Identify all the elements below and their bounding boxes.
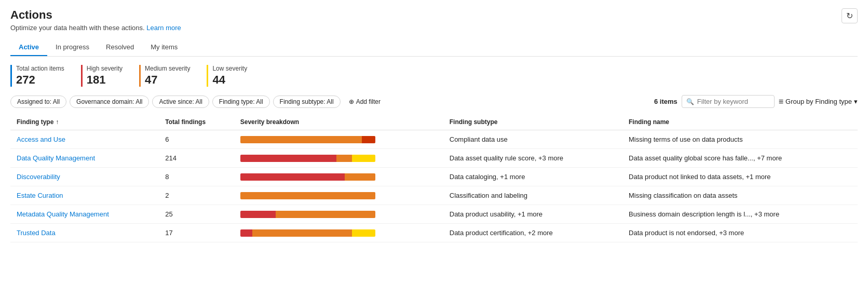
- tab-active[interactable]: Active: [10, 39, 47, 56]
- filter-governance[interactable]: Governance domain: All: [70, 96, 149, 108]
- stats-row: Total action items 272 High severity 181…: [10, 65, 858, 87]
- tab-in-progress[interactable]: In progress: [47, 39, 98, 56]
- col-finding-name: Finding name: [622, 114, 858, 130]
- total-findings-cell: 214: [159, 149, 234, 168]
- table-row: Access and Use6Compliant data useMissing…: [10, 130, 858, 149]
- refresh-icon: ↻: [846, 11, 853, 20]
- finding-name-cell: Business domain description length is l.…: [622, 205, 858, 224]
- col-finding-type: Finding type ↑: [10, 114, 159, 130]
- table-row: Trusted Data17Data product certification…: [10, 224, 858, 242]
- tab-my-items[interactable]: My items: [142, 39, 186, 56]
- page-subtitle: Optimize your data health with these act…: [10, 24, 858, 32]
- col-severity-breakdown: Severity breakdown: [234, 114, 443, 130]
- filter-finding-type[interactable]: Finding type: All: [212, 96, 270, 108]
- stat-total-label: Total action items: [16, 65, 64, 72]
- stat-low: Low severity 44: [207, 65, 247, 87]
- table-row: Estate Curation2Classification and label…: [10, 186, 858, 205]
- finding-type-cell[interactable]: Metadata Quality Management: [10, 205, 159, 224]
- group-by-button[interactable]: ≡ Group by Finding type ▾: [779, 97, 858, 106]
- total-findings-cell: 25: [159, 205, 234, 224]
- stat-low-label: Low severity: [212, 65, 247, 72]
- search-icon: 🔍: [686, 98, 694, 105]
- stat-low-value: 44: [212, 73, 247, 87]
- search-box: 🔍: [682, 95, 775, 108]
- stat-high: High severity 181: [81, 65, 123, 87]
- page-title: Actions: [10, 8, 858, 22]
- stat-high-label: High severity: [87, 65, 123, 72]
- stat-high-value: 181: [87, 73, 123, 87]
- finding-subtype-cell: Data product usability, +1 more: [443, 205, 622, 224]
- severity-breakdown-cell: [234, 149, 443, 168]
- table-row: Discoverability8Data cataloging, +1 more…: [10, 168, 858, 186]
- total-findings-cell: 2: [159, 186, 234, 205]
- group-by-label: Group by Finding type: [785, 98, 852, 105]
- findings-table: Finding type ↑ Total findings Severity b…: [10, 114, 858, 242]
- filter-assigned[interactable]: Assigned to: All: [10, 96, 66, 108]
- finding-subtype-cell: Compliant data use: [443, 130, 622, 149]
- sort-asc-icon: ↑: [56, 118, 59, 126]
- col-finding-subtype: Finding subtype: [443, 114, 622, 130]
- severity-breakdown-cell: [234, 168, 443, 186]
- search-input[interactable]: [697, 98, 770, 105]
- total-findings-cell: 8: [159, 168, 234, 186]
- tab-resolved[interactable]: Resolved: [98, 39, 142, 56]
- finding-name-cell: Data asset quality global score has fall…: [622, 149, 858, 168]
- table-row: Data Quality Management214Data asset qua…: [10, 149, 858, 168]
- col-total-findings: Total findings: [159, 114, 234, 130]
- severity-breakdown-cell: [234, 205, 443, 224]
- add-filter-label: Add filter: [356, 98, 381, 105]
- total-findings-cell: 17: [159, 224, 234, 242]
- stat-medium-value: 47: [145, 73, 190, 87]
- items-count: 6 items: [654, 98, 677, 105]
- finding-type-cell[interactable]: Data Quality Management: [10, 149, 159, 168]
- refresh-button[interactable]: ↻: [842, 8, 858, 23]
- tabs-container: Active In progress Resolved My items: [10, 39, 858, 57]
- stat-total-value: 272: [16, 73, 64, 87]
- finding-type-cell[interactable]: Estate Curation: [10, 186, 159, 205]
- finding-name-cell: Missing terms of use on data products: [622, 130, 858, 149]
- toolbar-right: 6 items 🔍 ≡ Group by Finding type ▾: [654, 95, 858, 108]
- finding-subtype-cell: Data product certification, +2 more: [443, 224, 622, 242]
- add-filter-icon: ⊕: [349, 98, 354, 105]
- severity-breakdown-cell: [234, 130, 443, 149]
- table-row: Metadata Quality Management25Data produc…: [10, 205, 858, 224]
- finding-type-cell[interactable]: Trusted Data: [10, 224, 159, 242]
- filter-finding-subtype[interactable]: Finding subtype: All: [273, 96, 341, 108]
- finding-name-cell: Data product is not endorsed, +3 more: [622, 224, 858, 242]
- chevron-down-icon: ▾: [854, 98, 858, 105]
- finding-name-cell: Missing classification on data assets: [622, 186, 858, 205]
- learn-more-link[interactable]: Learn more: [146, 24, 181, 32]
- group-by-icon: ≡: [779, 97, 783, 106]
- finding-type-cell[interactable]: Discoverability: [10, 168, 159, 186]
- severity-breakdown-cell: [234, 224, 443, 242]
- finding-type-cell[interactable]: Access and Use: [10, 130, 159, 149]
- stat-medium-label: Medium severity: [145, 65, 190, 72]
- severity-breakdown-cell: [234, 186, 443, 205]
- table-header-row: Finding type ↑ Total findings Severity b…: [10, 114, 858, 130]
- stat-medium: Medium severity 47: [139, 65, 190, 87]
- finding-name-cell: Data product not linked to data assets, …: [622, 168, 858, 186]
- total-findings-cell: 6: [159, 130, 234, 149]
- finding-subtype-cell: Data cataloging, +1 more: [443, 168, 622, 186]
- filter-active-since[interactable]: Active since: All: [152, 96, 209, 108]
- finding-subtype-cell: Classification and labeling: [443, 186, 622, 205]
- filters-row: Assigned to: All Governance domain: All …: [10, 95, 858, 108]
- finding-subtype-cell: Data asset quality rule score, +3 more: [443, 149, 622, 168]
- add-filter-button[interactable]: ⊕ Add filter: [344, 96, 386, 107]
- stat-total: Total action items 272: [10, 65, 64, 87]
